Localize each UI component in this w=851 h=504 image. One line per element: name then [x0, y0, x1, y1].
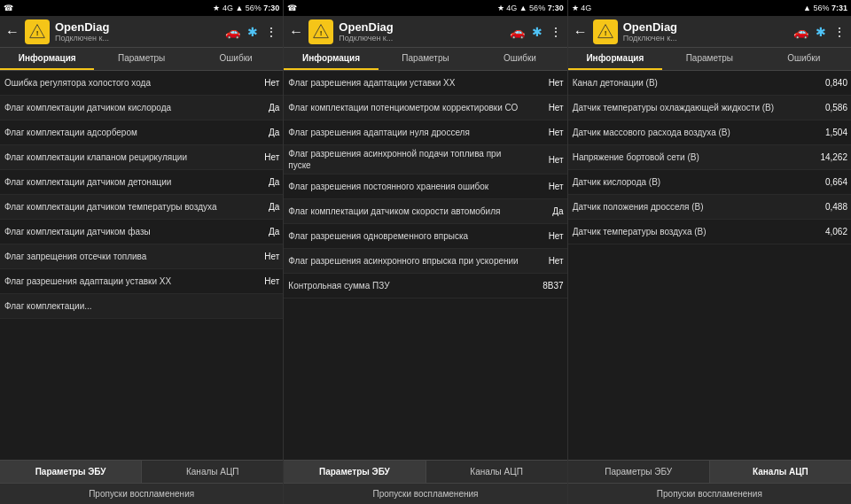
back-button-1[interactable]: ←	[5, 24, 20, 40]
tab-params-2[interactable]: Параметры	[379, 48, 472, 70]
row-label: Флаг разрешения адаптации нуля дросселя	[284, 120, 524, 144]
row-label: Напряжение бортовой сети (В)	[568, 145, 808, 169]
bluetooth-icon-2[interactable]: ✱	[532, 25, 543, 39]
app-subtitle-2: Подключен к...	[339, 34, 509, 43]
row-label: Ошибка регулятора холостого хода	[0, 71, 240, 95]
row-value: Нет	[240, 244, 283, 268]
header-icons-1: 🚗 ✱ ⋮	[225, 25, 277, 39]
row-label: Флаг комплектации датчиком фазы	[0, 220, 240, 244]
row-value: Нет	[240, 269, 283, 293]
table-row: Ошибка регулятора холостого хода Нет	[0, 71, 283, 96]
row-label: Флаг комплектации датчиком кислорода	[0, 96, 240, 120]
table-row: Флаг комплектации клапаном рециркуляции …	[0, 145, 283, 170]
back-button-3[interactable]: ←	[574, 24, 588, 40]
more-icon-3[interactable]: ⋮	[833, 25, 846, 39]
app-title-2: OpenDiag	[339, 20, 509, 34]
tab-info-3[interactable]: Информация	[568, 48, 662, 70]
bottom-tab-ecu-2[interactable]: Параметры ЭБУ	[284, 461, 426, 483]
row-value: 8B37	[525, 274, 567, 298]
table-row: Флаг разрешения асинхронной подачи топли…	[284, 145, 566, 174]
table-row: Флаг комплектации потенциометром коррект…	[284, 96, 566, 120]
car-icon-2: 🚗	[510, 25, 525, 39]
table-row: Датчик положения дросселя (В) 0,488	[568, 195, 851, 220]
row-value: Да	[240, 96, 283, 120]
row-label: Канал детонации (В)	[568, 71, 808, 95]
table-row: Флаг разрешения одновременного впрыска Н…	[284, 224, 566, 249]
app-logo-1: !	[25, 19, 50, 44]
app-title-block-1: OpenDiag Подключен к...	[55, 20, 225, 43]
row-label: Флаг разрешения постоянного хранения оши…	[284, 174, 524, 198]
tab-info-1[interactable]: Информация	[0, 48, 94, 70]
status-left-2: ☎	[287, 4, 297, 12]
row-value: Да	[240, 120, 283, 144]
bottom-action-misfires-1[interactable]: Пропуски воспламенения	[0, 484, 283, 504]
row-label: Датчик кислорода (В)	[568, 170, 808, 194]
row-value: 0,840	[808, 71, 851, 95]
row-value	[240, 294, 283, 318]
bottom-tab-ecu-3[interactable]: Параметры ЭБУ	[568, 461, 710, 483]
panel-1: ← ! OpenDiag Подключен к... 🚗 ✱ ⋮ Информ…	[0, 16, 284, 504]
tab-errors-3[interactable]: Ошибки	[757, 48, 851, 70]
row-value: 1,504	[808, 120, 851, 144]
app-title-3: OpenDiag	[623, 20, 793, 34]
table-row: Флаг комплектации датчиком фазы Да	[0, 220, 283, 244]
row-label: Флаг разрешения асинхронного впрыска при…	[284, 249, 524, 273]
table-row: Флаг разрешения адаптации нуля дросселя …	[284, 120, 566, 145]
status-bar-panel-1: ☎ ★ 4G ▲ 56% 7:30	[0, 0, 284, 16]
row-label: Флаг комплектации потенциометром коррект…	[284, 96, 524, 120]
bottom-tab-adc-1[interactable]: Каналы АЦП	[142, 461, 283, 483]
bottom-tab-adc-3[interactable]: Каналы АЦП	[710, 461, 851, 483]
row-label: Флаг комплектации...	[0, 294, 240, 318]
row-label: Флаг комплектации адсорбером	[0, 120, 240, 144]
row-value: 14,262	[808, 145, 851, 169]
more-icon-2[interactable]: ⋮	[550, 25, 562, 39]
bottom-tab-ecu-1[interactable]: Параметры ЭБУ	[0, 461, 142, 483]
row-value: Нет	[525, 96, 567, 120]
table-row: Контрольная сумма ПЗУ 8B37	[284, 274, 566, 299]
row-label: Флаг комплектации клапаном рециркуляции	[0, 145, 240, 169]
table-row: Датчик температуры воздуха (В) 4,062	[568, 220, 851, 244]
row-value: Нет	[525, 249, 567, 273]
table-row: Флаг разрешения адаптации уставки ХХ Нет	[284, 71, 566, 96]
status-left-3: ★ 4G	[572, 4, 592, 12]
panels-container: ← ! OpenDiag Подключен к... 🚗 ✱ ⋮ Информ…	[0, 16, 851, 504]
tab-bar-3: Информация Параметры Ошибки	[568, 48, 851, 71]
bluetooth-icon-1[interactable]: ✱	[247, 25, 258, 39]
row-value: Нет	[525, 71, 567, 95]
back-button-2[interactable]: ←	[289, 24, 303, 40]
tab-errors-2[interactable]: Ошибки	[472, 48, 566, 70]
table-row: Флаг комплектации датчиком детонации Да	[0, 170, 283, 195]
more-icon-1[interactable]: ⋮	[265, 25, 277, 39]
tab-info-2[interactable]: Информация	[284, 48, 378, 70]
bluetooth-icon-3[interactable]: ✱	[816, 25, 826, 39]
row-label: Флаг комплектации датчиком детонации	[0, 170, 240, 194]
bottom-action-misfires-3[interactable]: Пропуски воспламенения	[568, 484, 851, 504]
tab-errors-1[interactable]: Ошибки	[189, 48, 283, 70]
table-row: Флаг комплектации датчиком кислорода Да	[0, 96, 283, 120]
table-row: Датчик температуры охлаждающей жидкости …	[568, 96, 851, 120]
tab-params-1[interactable]: Параметры	[94, 48, 188, 70]
row-label: Флаг комплектации датчиком скорости авто…	[284, 199, 524, 223]
row-value: Нет	[525, 145, 567, 174]
status-right-3: ▲ 56% 7:31	[803, 4, 847, 12]
bottom-tab-adc-2[interactable]: Каналы АЦП	[426, 461, 567, 483]
table-row: Напряжение бортовой сети (В) 14,262	[568, 145, 851, 170]
row-value: Да	[240, 220, 283, 244]
row-label: Флаг разрешения асинхронной подачи топли…	[284, 145, 524, 174]
table-row: Флаг разрешения асинхронного впрыска при…	[284, 249, 566, 274]
app-logo-2: !	[308, 19, 333, 44]
app-subtitle-3: Подключен к...	[623, 34, 793, 43]
row-label: Флаг разрешения адаптации уставки ХХ	[284, 71, 524, 95]
table-row: Датчик кислорода (В) 0,664	[568, 170, 851, 195]
row-label: Флаг разрешения одновременного впрыска	[284, 224, 524, 248]
app-header-1: ← ! OpenDiag Подключен к... 🚗 ✱ ⋮	[0, 16, 283, 48]
app-title-block-3: OpenDiag Подключен к...	[623, 20, 793, 43]
header-icons-3: 🚗 ✱ ⋮	[793, 25, 846, 39]
tab-params-3[interactable]: Параметры	[662, 48, 756, 70]
bottom-tabs-3: Параметры ЭБУ Каналы АЦП	[568, 460, 851, 483]
bottom-action-misfires-2[interactable]: Пропуски воспламенения	[284, 484, 566, 504]
table-row: Датчик массового расхода воздуха (В) 1,5…	[568, 120, 851, 145]
tab-bar-2: Информация Параметры Ошибки	[284, 48, 566, 71]
row-value: 0,664	[808, 170, 851, 194]
row-label: Датчик температуры воздуха (В)	[568, 220, 808, 244]
